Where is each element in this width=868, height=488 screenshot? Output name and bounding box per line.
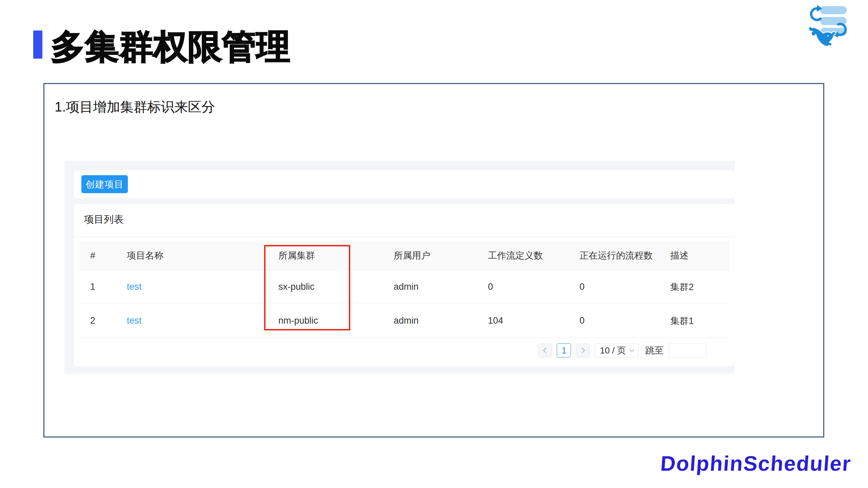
content-box: 1.项目增加集群标识来区分 创建项目 项目列表 # 项目名称 所属集群 所属用户…	[43, 83, 824, 438]
jump-to-label: 跳至	[645, 344, 664, 357]
table-cell-description: 集群1	[659, 304, 729, 338]
column-header-index: #	[79, 241, 116, 270]
dolphinscheduler-logo	[806, 2, 850, 49]
page-size-select[interactable]: 10 / 页	[595, 343, 638, 358]
column-header-running-count: 正在运行的流程数	[569, 241, 659, 270]
table-cell-project-name: test	[116, 304, 268, 338]
pagination-page-1-button[interactable]: 1	[557, 343, 571, 358]
table-cell-cluster: nm-public	[268, 304, 383, 338]
title-accent-bar	[33, 30, 42, 59]
chevron-down-icon	[629, 347, 634, 352]
project-list-card: 项目列表 # 项目名称 所属集群 所属用户 工作流定义数 正在运行的流程数 描述…	[74, 204, 735, 366]
column-header-owner: 所属用户	[383, 241, 477, 270]
app-screenshot-panel: 创建项目 项目列表 # 项目名称 所属集群 所属用户 工作流定义数 正在运行的流…	[64, 161, 735, 374]
pagination-prev-button[interactable]	[538, 343, 552, 358]
table-cell-running-count: 0	[569, 270, 659, 304]
column-header-workflow-count: 工作流定义数	[477, 241, 569, 270]
page-size-value: 10 / 页	[600, 345, 626, 357]
pagination-next-button[interactable]	[576, 343, 590, 358]
table-cell-owner: admin	[383, 270, 477, 304]
dolphinscheduler-watermark: DolphinScheduler	[659, 451, 852, 475]
slide: 多集群权限管理 1.项目增加集群标识来区分 创建项目	[0, 0, 868, 488]
table-cell-index: 1	[79, 270, 116, 304]
list-title: 项目列表	[84, 213, 123, 226]
table-cell-description: 集群2	[659, 270, 729, 304]
refresh-arrow-left-icon	[811, 5, 822, 20]
section-caption: 1.项目增加集群标识来区分	[55, 98, 215, 116]
toolbar-card: 创建项目	[74, 170, 735, 198]
card-divider	[74, 237, 735, 237]
table-cell-project-name: test	[116, 270, 268, 304]
project-link[interactable]: test	[127, 316, 142, 326]
table-cell-owner: admin	[383, 304, 477, 338]
table-cell-cluster: sx-public	[268, 270, 383, 304]
pagination: 1 10 / 页 跳至	[538, 343, 706, 358]
jump-to-page-input[interactable]	[668, 343, 706, 358]
table-cell-workflow-count: 0	[477, 270, 569, 304]
table-cell-running-count: 0	[569, 304, 659, 338]
column-header-description: 描述	[659, 241, 729, 270]
column-header-cluster: 所属集群	[268, 241, 383, 270]
column-header-project-name: 项目名称	[116, 241, 268, 270]
page-title: 多集群权限管理	[51, 24, 291, 70]
project-table: # 项目名称 所属集群 所属用户 工作流定义数 正在运行的流程数 描述 1 te…	[79, 241, 729, 338]
create-project-button[interactable]: 创建项目	[81, 175, 128, 193]
table-cell-workflow-count: 104	[477, 304, 569, 338]
chevron-right-icon	[579, 348, 585, 353]
chevron-left-icon	[543, 348, 549, 353]
project-link[interactable]: test	[127, 282, 142, 292]
table-cell-index: 2	[79, 304, 116, 338]
